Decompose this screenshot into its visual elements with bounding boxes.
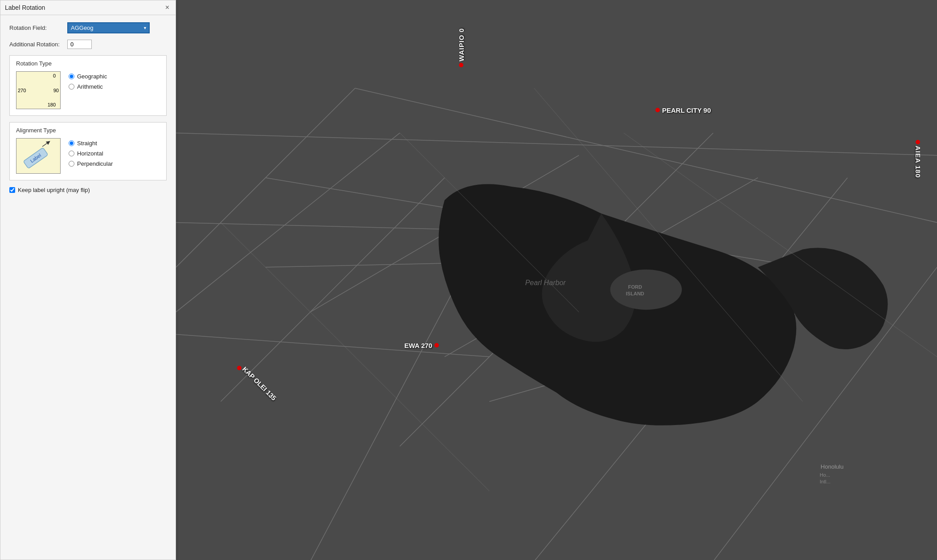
location-kapolei: KAP OLEI 135 (237, 364, 288, 372)
dialog-title: Label Rotation (5, 4, 45, 11)
compass-top: 0 (53, 73, 56, 78)
alignment-type-radio-group: Straight Horizontal Perpendicular (69, 138, 113, 167)
ewa-dot (434, 343, 439, 347)
keep-label-upright-row[interactable]: Keep label upright (may flip) (9, 187, 167, 193)
dialog-titlebar: Label Rotation × (0, 0, 176, 15)
rotation-field-label: Rotation Field: (9, 25, 63, 31)
aiea-dot (916, 140, 920, 144)
compass-diagram: 0 90 180 270 (16, 71, 61, 109)
waipio-dot (459, 63, 463, 67)
rotation-field-select-wrapper[interactable]: AGGeog (67, 22, 150, 33)
alignment-perpendicular-option[interactable]: Perpendicular (69, 160, 113, 167)
rotation-field-select[interactable]: AGGeog (67, 22, 150, 33)
rotation-arithmetic-label: Arithmetic (77, 83, 103, 90)
label-rotation-dialog: Label Rotation × Rotation Field: AGGeog … (0, 0, 176, 560)
alignment-type-section: Alignment Type Label (9, 122, 167, 180)
location-aiea: AIEA 180 (914, 140, 922, 178)
keep-label-upright-label: Keep label upright (may flip) (18, 187, 90, 193)
alignment-horizontal-label: Horizontal (77, 150, 103, 157)
alignment-straight-option[interactable]: Straight (69, 140, 113, 147)
compass-right: 90 (53, 88, 59, 93)
additional-rotation-label: Additional Rotation: (9, 41, 63, 48)
alignment-perpendicular-radio[interactable] (69, 161, 74, 167)
rotation-arithmetic-radio[interactable] (69, 84, 74, 90)
ewa-label: EWA 270 (404, 342, 432, 349)
rotation-geographic-option[interactable]: Geographic (69, 73, 107, 80)
location-waipio: WAIPIO 0 (458, 28, 465, 67)
svg-text:Pearl Harbor: Pearl Harbor (525, 278, 566, 286)
keep-label-upright-checkbox[interactable] (9, 187, 15, 193)
rotation-arithmetic-option[interactable]: Arithmetic (69, 83, 107, 90)
svg-text:FORD: FORD (628, 284, 642, 290)
svg-text:Intl...: Intl... (820, 479, 831, 484)
pearl-city-label: PEARL CITY 90 (662, 106, 711, 114)
pearl-city-dot (655, 108, 660, 112)
location-pearl-city: PEARL CITY 90 (655, 106, 711, 114)
alignment-horizontal-radio[interactable] (69, 151, 74, 156)
svg-text:Ho...: Ho... (820, 472, 830, 478)
kapolei-dot (237, 366, 241, 370)
waipio-label: WAIPIO 0 (458, 28, 465, 61)
alignment-diagram: Label (16, 138, 61, 174)
svg-text:ISLAND: ISLAND (626, 291, 644, 296)
aiea-label: AIEA 180 (914, 146, 922, 178)
alignment-straight-radio[interactable] (69, 140, 74, 146)
map-area: Pearl Harbor FORD ISLAND Honolulu Ho... … (176, 0, 937, 560)
additional-rotation-input[interactable] (67, 40, 92, 49)
dialog-body: Rotation Field: AGGeog Additional Rotati… (0, 15, 176, 200)
rotation-type-title: Rotation Type (16, 60, 160, 67)
rotation-type-section: Rotation Type 0 90 180 270 Geographic (9, 55, 167, 116)
alignment-horizontal-option[interactable]: Horizontal (69, 150, 113, 157)
compass-left: 270 (18, 88, 26, 93)
additional-rotation-row: Additional Rotation: (9, 40, 167, 49)
alignment-straight-label: Straight (77, 140, 97, 147)
rotation-geographic-label: Geographic (77, 73, 107, 80)
alignment-type-inner: Label Straight (16, 138, 160, 174)
alignment-perpendicular-label: Perpendicular (77, 160, 113, 167)
rotation-type-inner: 0 90 180 270 Geographic Arithmetic (16, 71, 160, 109)
rotation-field-row: Rotation Field: AGGeog (9, 22, 167, 33)
svg-text:Honolulu: Honolulu (821, 463, 844, 470)
svg-point-21 (610, 270, 682, 310)
close-button[interactable]: × (164, 4, 171, 11)
location-ewa: EWA 270 (404, 342, 439, 349)
rotation-type-radio-group: Geographic Arithmetic (69, 71, 107, 90)
compass-bottom: 180 (48, 102, 56, 107)
rotation-geographic-radio[interactable] (69, 74, 74, 79)
alignment-type-title: Alignment Type (16, 127, 160, 134)
